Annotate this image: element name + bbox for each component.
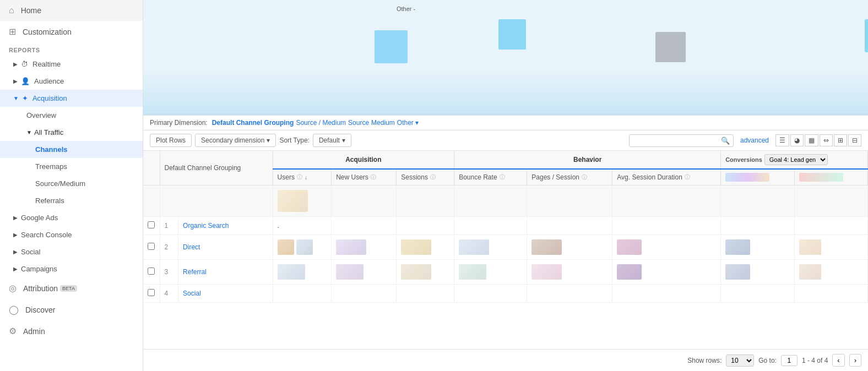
row2-checkbox[interactable]: [143, 235, 160, 260]
comparison-view-button[interactable]: ⇔: [820, 134, 833, 146]
row2-channel[interactable]: Direct: [178, 235, 273, 260]
row3-checkbox-input[interactable]: [148, 268, 155, 275]
search-icon: 🔍: [721, 137, 730, 145]
primary-dimension-bar: Primary Dimension: Default Channel Group…: [143, 116, 868, 130]
row3-pages: [527, 260, 612, 285]
sidebar-item-label: Source/Medium: [35, 179, 85, 188]
row4-checkbox[interactable]: [143, 285, 160, 303]
table-view-button[interactable]: ☰: [775, 134, 789, 146]
bounce-rate-header[interactable]: Bounce Rate ⓘ: [454, 169, 527, 186]
row1-bounce: [454, 217, 527, 235]
goal-select[interactable]: Goal 4: Lead gen: [764, 154, 828, 165]
row4-conv2: [794, 285, 868, 303]
referral-link[interactable]: Referral: [183, 268, 207, 276]
go-to-input[interactable]: [781, 355, 798, 366]
total-avg-cell: [612, 186, 721, 217]
row2-num: 2: [160, 235, 178, 260]
sidebar-item-label: Home: [21, 6, 41, 15]
row1-checkbox-input[interactable]: [148, 221, 155, 228]
conversions-label: Conversions: [725, 156, 762, 163]
sidebar-item-search-console[interactable]: ▶ Search Console: [0, 226, 143, 243]
row2-checkbox-input[interactable]: [148, 243, 155, 250]
primary-dim-label: Primary Dimension:: [150, 119, 208, 127]
lifetime-view-button[interactable]: ⊟: [848, 134, 861, 146]
total-pages-cell: [527, 186, 612, 217]
new-users-header[interactable]: New Users ⓘ: [332, 169, 397, 186]
search-input[interactable]: [633, 137, 721, 144]
sidebar: ⌂ Home ⊞ Customization REPORTS ▶ ⏱ Realt…: [0, 0, 143, 371]
bounce-rate-info-icon: ⓘ: [500, 173, 505, 181]
home-icon: ⌂: [9, 6, 14, 15]
row2-users: [273, 235, 332, 260]
direct-link[interactable]: Direct: [183, 243, 200, 251]
pages-session-header[interactable]: Pages / Session ⓘ: [527, 169, 612, 186]
toolbar: Plot Rows Secondary dimension ▾ Sort Typ…: [143, 130, 868, 151]
bar-view-button[interactable]: ▦: [805, 134, 818, 146]
grid-icon: ⊞: [9, 26, 16, 37]
channel-col-label: Default Channel Grouping: [165, 164, 241, 172]
row3-checkbox[interactable]: [143, 260, 160, 285]
row1-channel[interactable]: Organic Search: [178, 217, 273, 235]
sidebar-item-customization[interactable]: ⊞ Customization: [0, 21, 143, 42]
sidebar-item-admin[interactable]: ⚙ Admin: [0, 320, 143, 342]
secondary-dimension-button[interactable]: Secondary dimension ▾: [195, 134, 276, 147]
sidebar-item-all-traffic[interactable]: ▼ All Traffic: [0, 124, 143, 141]
person-icon: 👤: [21, 77, 30, 85]
sidebar-item-treemaps[interactable]: Treemaps: [0, 158, 143, 175]
table-row: 4 Social: [143, 285, 868, 303]
plot-rows-button[interactable]: Plot Rows: [150, 134, 192, 147]
row4-bounce: [454, 285, 527, 303]
sort-type-button[interactable]: Default ▾: [313, 134, 351, 147]
sidebar-item-discover[interactable]: ◯ Discover: [0, 299, 143, 320]
search-box[interactable]: 🔍: [629, 134, 734, 147]
sidebar-item-channels[interactable]: Channels: [0, 141, 143, 158]
gear-icon: ⚙: [9, 326, 17, 336]
primary-dim-other[interactable]: Other ▾: [397, 119, 419, 127]
primary-dim-active[interactable]: Default Channel Grouping: [212, 119, 294, 127]
sessions-header[interactable]: Sessions ⓘ: [397, 169, 454, 186]
total-checkbox-cell: [143, 186, 160, 217]
sidebar-item-label: Customization: [23, 28, 72, 36]
sidebar-item-realtime[interactable]: ▶ ⏱ Realtime: [0, 56, 143, 73]
reports-section-label: REPORTS: [0, 42, 143, 56]
sidebar-item-source-medium[interactable]: Source/Medium: [0, 175, 143, 192]
chevron-right-icon: ▶: [13, 78, 18, 84]
sidebar-item-label: All Traffic: [34, 128, 63, 137]
sidebar-item-referrals[interactable]: Referrals: [0, 192, 143, 209]
row4-checkbox-input[interactable]: [148, 289, 155, 296]
next-page-button[interactable]: ›: [849, 354, 861, 367]
main-content: Other - Primary Dimension: Default Chann…: [143, 0, 868, 371]
total-conv2-cell: [794, 186, 868, 217]
primary-dim-source-medium[interactable]: Source / Medium: [296, 119, 346, 127]
sidebar-item-acquisition[interactable]: ▼ ✦ Acquisition: [0, 90, 143, 107]
row1-checkbox[interactable]: [143, 217, 160, 235]
show-rows-select[interactable]: 10 25 50 100: [726, 354, 754, 367]
sidebar-item-audience[interactable]: ▶ 👤 Audience: [0, 73, 143, 90]
row1-conv1: [721, 217, 794, 235]
sidebar-item-label: Realtime: [32, 60, 61, 68]
pivot-view-button[interactable]: ⊞: [834, 134, 847, 146]
sidebar-item-label: Acquisition: [32, 94, 67, 102]
primary-dim-source[interactable]: Source: [348, 119, 369, 127]
sidebar-item-overview[interactable]: Overview: [0, 107, 143, 124]
sidebar-item-social[interactable]: ▶ Social: [0, 243, 143, 260]
sidebar-item-home[interactable]: ⌂ Home: [0, 0, 143, 21]
advanced-link[interactable]: advanced: [740, 137, 769, 144]
chevron-down-icon: ▼: [13, 95, 19, 101]
pie-view-button[interactable]: ◕: [790, 134, 804, 146]
sidebar-item-campaigns[interactable]: ▶ Campaigns: [0, 260, 143, 277]
sidebar-item-google-ads[interactable]: ▶ Google Ads: [0, 209, 143, 226]
sidebar-item-attribution[interactable]: ◎ Attribution BETA: [0, 277, 143, 299]
primary-dim-medium[interactable]: Medium: [371, 119, 395, 127]
row3-channel[interactable]: Referral: [178, 260, 273, 285]
social-link[interactable]: Social: [183, 290, 201, 297]
page-info: 1 - 4 of 4: [802, 357, 828, 364]
avg-session-header[interactable]: Avg. Session Duration ⓘ: [612, 169, 721, 186]
organic-search-link[interactable]: Organic Search: [183, 222, 229, 230]
row1-users: .: [273, 217, 332, 235]
row4-conv1: [721, 285, 794, 303]
row1-num: 1: [160, 217, 178, 235]
prev-page-button[interactable]: ‹: [832, 354, 844, 367]
users-header[interactable]: Users ⓘ ↓: [273, 169, 332, 186]
row4-channel[interactable]: Social: [178, 285, 273, 303]
